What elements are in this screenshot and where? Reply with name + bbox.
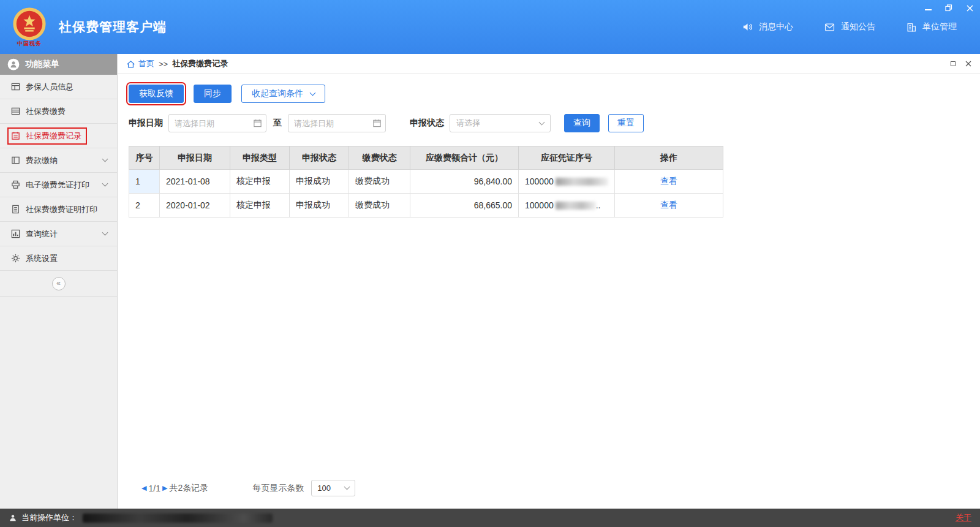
sidebar: 功能菜单 参保人员信息 社保费缴费 社保费缴费记录 费款缴纳 <box>0 54 118 509</box>
view-link[interactable]: 查看 <box>660 200 677 210</box>
query-button[interactable]: 查询 <box>564 114 600 132</box>
cell-amount: 68,665.00 <box>410 194 519 218</box>
printer-icon <box>11 180 20 189</box>
restore-icon <box>945 4 952 12</box>
cell-pay-status: 缴费成功 <box>349 170 410 194</box>
table-icon <box>11 107 20 116</box>
sidebar-title: 功能菜单 <box>25 59 59 70</box>
app-header: 中国税务 社保费管理客户端 消息中心 通知公告 单位管理 <box>0 0 980 54</box>
redacted-voucher <box>556 202 596 210</box>
close-icon <box>967 5 973 12</box>
chevron-down-icon <box>102 156 108 162</box>
col-header: 序号 <box>129 146 160 170</box>
user-icon <box>9 514 17 522</box>
tab-close-icon[interactable] <box>965 61 971 67</box>
header-nav: 消息中心 通知公告 单位管理 <box>741 21 957 32</box>
status-bar: 当前操作单位： 关于 <box>0 509 980 527</box>
collapse-query-button[interactable]: 收起查询条件 <box>241 85 325 103</box>
cell-voucher: 100000.. <box>519 194 615 218</box>
sidebar-collapse-button[interactable]: « <box>52 277 66 290</box>
cell-seq: 2 <box>129 194 160 218</box>
sidebar-item-evoucher-print[interactable]: 电子缴费凭证打印 <box>0 173 117 197</box>
col-header: 应缴费额合计（元） <box>410 146 519 170</box>
minimize-icon <box>925 9 932 10</box>
per-page-select[interactable]: 100 <box>311 480 355 496</box>
certificate-icon <box>11 205 20 214</box>
sidebar-item-insured-info[interactable]: 参保人员信息 <box>0 75 117 99</box>
records-table: 序号 申报日期 申报类型 申报状态 缴费状态 应缴费额合计（元） 应征凭证序号 … <box>129 146 723 218</box>
breadcrumb-current: 社保费缴费记录 <box>172 58 228 69</box>
sync-button[interactable]: 同步 <box>194 85 232 103</box>
to-label: 至 <box>273 118 282 129</box>
sidebar-collapse-row: « <box>0 271 117 297</box>
nav-label: 通知公告 <box>841 21 875 32</box>
cell-pay-status: 缴费成功 <box>349 194 410 218</box>
mail-icon <box>824 22 835 32</box>
cell-declare-status: 申报成功 <box>290 170 349 194</box>
sidebar-item-payment-cert-print[interactable]: 社保费缴费证明打印 <box>0 197 117 222</box>
table-row: 2 2020-01-02 核定申报 申报成功 缴费成功 68,665.00 10… <box>129 194 723 218</box>
filter-bar: 申报日期 至 申报状态 请选择 查询 重置 <box>118 109 980 142</box>
cell-type: 核定申报 <box>230 170 290 194</box>
get-feedback-button[interactable]: 获取反馈 <box>129 85 184 103</box>
breadcrumb-separator: >> <box>159 59 168 69</box>
calendar-icon <box>253 118 262 127</box>
calendar-icon <box>372 118 382 127</box>
cell-date: 2020-01-02 <box>160 194 230 218</box>
toolbar: 获取反馈 同步 收起查询条件 <box>118 74 980 109</box>
date-to-input[interactable] <box>288 114 386 132</box>
app-window: 中国税务 社保费管理客户端 消息中心 通知公告 单位管理 功能菜单 <box>0 0 980 527</box>
about-link[interactable]: 关于 <box>956 512 971 523</box>
content-pane: 首页 >> 社保费缴费记录 获取反馈 同步 收起查询条件 <box>118 54 980 509</box>
date-from-input[interactable] <box>168 114 266 132</box>
per-page-label: 每页显示条数 <box>252 483 304 494</box>
sidebar-header: 功能菜单 <box>0 54 117 75</box>
sidebar-item-fee-payment[interactable]: 社保费缴费 <box>0 99 117 124</box>
cell-action: 查看 <box>615 194 723 218</box>
tab-maximize-icon[interactable] <box>951 61 956 66</box>
breadcrumb: 首页 >> 社保费缴费记录 <box>118 54 980 74</box>
ledger-icon <box>11 156 20 165</box>
page-indicator: 1/1 <box>148 483 160 493</box>
chevron-down-icon <box>310 89 316 96</box>
building-icon <box>906 22 917 32</box>
sidebar-item-payment-records[interactable]: 社保费缴费记录 <box>0 124 117 148</box>
date-from-field <box>168 114 266 132</box>
reset-button[interactable]: 重置 <box>608 114 644 132</box>
sidebar-item-system-settings[interactable]: 系统设置 <box>0 246 117 271</box>
sidebar-item-fee-pay[interactable]: 费款缴纳 <box>0 148 117 173</box>
current-unit-label: 当前操作单位： <box>21 512 77 523</box>
col-header: 应征凭证序号 <box>519 146 615 170</box>
redacted-unit-name <box>83 514 273 523</box>
minimize-button[interactable] <box>924 4 932 12</box>
restore-button[interactable] <box>944 4 953 12</box>
nav-notices[interactable]: 通知公告 <box>824 21 875 32</box>
cell-voucher: 100000 <box>519 170 615 194</box>
prev-page-icon[interactable]: ◀ <box>141 484 146 492</box>
sidebar-item-query-stats[interactable]: 查询统计 <box>0 222 117 246</box>
col-header: 申报状态 <box>290 146 349 170</box>
menu-badge-icon <box>7 58 20 70</box>
nav-unit-management[interactable]: 单位管理 <box>906 21 957 32</box>
col-header: 缴费状态 <box>349 146 410 170</box>
chevron-down-icon <box>102 181 108 187</box>
cell-type: 核定申报 <box>230 194 290 218</box>
next-page-icon[interactable]: ▶ <box>162 484 167 492</box>
chart-icon <box>11 229 20 238</box>
breadcrumb-home[interactable]: 首页 <box>126 58 154 69</box>
speaker-icon <box>741 21 753 32</box>
emblem-icon <box>12 7 47 41</box>
redacted-voucher <box>556 178 608 186</box>
cell-seq: 1 <box>129 170 160 194</box>
view-link[interactable]: 查看 <box>660 176 677 186</box>
declare-status-select[interactable]: 请选择 <box>450 114 551 132</box>
gear-icon <box>11 254 20 263</box>
cell-action: 查看 <box>615 170 723 194</box>
close-button[interactable] <box>965 4 974 12</box>
col-header: 申报类型 <box>230 146 290 170</box>
grid-icon <box>11 82 20 91</box>
nav-message-center[interactable]: 消息中心 <box>741 21 793 32</box>
main-area: 功能菜单 参保人员信息 社保费缴费 社保费缴费记录 费款缴纳 <box>0 54 980 509</box>
record-icon <box>11 131 20 140</box>
table-header-row: 序号 申报日期 申报类型 申报状态 缴费状态 应缴费额合计（元） 应征凭证序号 … <box>129 146 723 170</box>
